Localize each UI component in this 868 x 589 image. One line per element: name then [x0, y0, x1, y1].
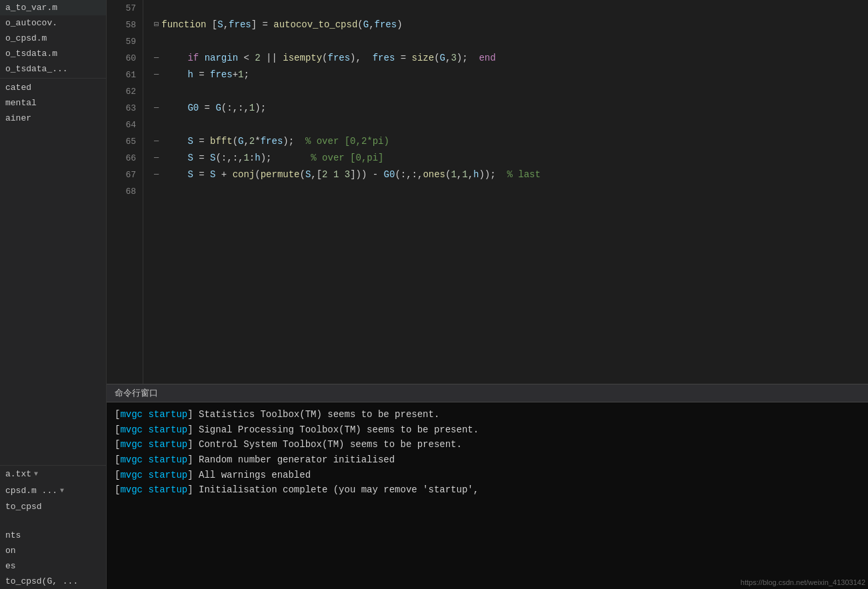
comment-67: % last — [507, 167, 540, 183]
func-ones: ones — [423, 167, 445, 183]
num-1d: 1 — [333, 167, 339, 183]
num-1: 1 — [238, 67, 243, 83]
line-60: 60 — [107, 50, 136, 67]
terminal-header: 命令行窗口 — [107, 384, 868, 402]
func-bfft: bfft — [210, 133, 233, 150]
sidebar-item-o-tsdata2[interactable]: o_tsdata_... — [0, 61, 106, 77]
sidebar-label-cpsd-m: cpsd.m ... — [5, 486, 57, 496]
num-2c: 2 — [322, 167, 327, 183]
watermark: https://blog.csdn.net/weixin_41303142 — [741, 578, 865, 586]
sidebar-item-to-cpsd2[interactable]: to_cpsd(G, ... — [0, 574, 106, 589]
var-G4: G — [238, 133, 243, 150]
sidebar-item-o-autocov[interactable]: o_autocov. — [0, 15, 106, 31]
line-58: 58 — [107, 17, 136, 33]
dash-60: — — [154, 50, 163, 67]
code-editor: 57 58 59 60 61 62 63 64 65 66 67 68 — [107, 0, 868, 384]
code-line-57 — [154, 0, 868, 17]
num-1f: 1 — [462, 167, 467, 183]
var-fres6: fres — [261, 133, 283, 150]
term-line-2: [mvgc startup] Signal Processing Toolbox… — [115, 423, 860, 438]
var-G3: G — [215, 100, 221, 117]
sidebar-item-o-tsdata[interactable]: o_tsdata.m — [0, 46, 106, 61]
editor-content: 57 58 59 60 61 62 63 64 65 66 67 68 — [107, 0, 868, 384]
sidebar-item-ainer[interactable]: ainer — [0, 111, 106, 126]
var-h2: h — [255, 150, 260, 167]
var-S2: S — [187, 133, 193, 150]
sidebar-item-to-cpsd[interactable]: to_cpsd — [0, 499, 106, 514]
arrow-icon: ▼ — [34, 470, 38, 478]
code-line-58: ⊟ function [S,fres] = autocov_to_cpsd(G,… — [154, 17, 868, 33]
sidebar-item-a-txt[interactable]: a.txt ▼ — [0, 466, 106, 482]
line-62: 62 — [107, 83, 136, 100]
num-1c: 1 — [243, 150, 249, 167]
sidebar-item-es[interactable]: es — [0, 558, 106, 574]
dash-66: — — [154, 150, 163, 167]
var-h: h — [187, 67, 193, 83]
line-61: 61 — [107, 67, 136, 83]
line-65: 65 — [107, 133, 136, 150]
num-3: 3 — [451, 50, 456, 67]
arrow-icon-2: ▼ — [60, 487, 64, 494]
code-line-67: — S = S + conj ( permute (S,[2 1 3])) - … — [154, 167, 868, 183]
sidebar-item-on[interactable]: on — [0, 543, 106, 558]
var-fres5: fres — [210, 67, 233, 83]
code-line-60: — if nargin < 2 || isempty (fres), fres … — [154, 50, 868, 67]
num-2b: 2 — [249, 133, 255, 150]
var-fres2: fres — [375, 17, 397, 33]
main-area: 57 58 59 60 61 62 63 64 65 66 67 68 — [107, 0, 868, 589]
code-line-64 — [154, 117, 868, 133]
dash-57 — [154, 0, 163, 17]
term-line-5: [mvgc startup] All warnings enabled — [115, 468, 860, 483]
func-isempty: isempty — [283, 50, 322, 67]
line-63: 63 — [107, 100, 136, 117]
line-59: 59 — [107, 33, 136, 50]
code-line-59 — [154, 33, 868, 50]
func-size: size — [412, 50, 435, 67]
sidebar-item-mental[interactable]: mental — [0, 95, 106, 111]
sidebar-item-a-to-var[interactable]: a_to_var.m — [0, 0, 106, 15]
var-fres: fres — [229, 17, 251, 33]
var-G0b: G0 — [384, 167, 395, 183]
sidebar-bottom: a.txt ▼ cpsd.m ... ▼ to_cpsd nts on es t… — [0, 465, 106, 589]
sidebar-item-cpsd-m[interactable]: cpsd.m ... ▼ — [0, 482, 106, 499]
sidebar-item-o-cpsd[interactable]: o_cpsd.m — [0, 31, 106, 46]
var-S4: S — [210, 150, 215, 167]
code-line-65: — S = bfft (G,2*fres); % over [0,2*pi) — [154, 133, 868, 150]
num-3b: 3 — [345, 167, 350, 183]
comment-66: % over [0,pi] — [311, 150, 383, 167]
code-line-61: — h = fres + 1 ; — [154, 67, 868, 83]
kw-if: if — [187, 50, 199, 67]
plain-58: [ — [206, 17, 217, 33]
var-fres4: fres — [373, 50, 395, 67]
line-66: 66 — [107, 150, 136, 167]
var-G: G — [363, 17, 369, 33]
code-line-62 — [154, 83, 868, 100]
line-64: 64 — [107, 117, 136, 133]
term-line-1: [mvgc startup] Statistics Toolbox(TM) se… — [115, 408, 860, 422]
code-line-66: — S = S (:,:,1:h); % over [0,pi] — [154, 150, 868, 167]
var-S6: S — [210, 167, 215, 183]
var-fres3: fres — [328, 50, 351, 67]
var-G2: G — [440, 50, 445, 67]
kw-end: end — [479, 50, 495, 67]
num-1b: 1 — [249, 100, 255, 117]
line-numbers: 57 58 59 60 61 62 63 64 65 66 67 68 — [107, 0, 143, 384]
var-S5: S — [187, 167, 193, 183]
sidebar-item-nts[interactable]: nts — [0, 528, 106, 543]
collapse-58[interactable]: ⊟ — [154, 17, 159, 33]
sidebar-label-a-txt: a.txt — [5, 469, 31, 479]
var-S3: S — [187, 150, 193, 167]
code-lines: ⊟ function [S,fres] = autocov_to_cpsd(G,… — [143, 0, 868, 384]
sidebar-divider — [0, 78, 106, 79]
var-h3: h — [473, 167, 479, 183]
var-S: S — [217, 17, 223, 33]
dash-61: — — [154, 67, 163, 83]
line-67: 67 — [107, 167, 136, 183]
line-57: 57 — [107, 0, 136, 17]
code-line-63: — G0 = G (:,:, 1 ); — [154, 100, 868, 117]
line-68: 68 — [107, 183, 136, 200]
code-line-68 — [154, 183, 868, 200]
terminal-output: [mvgc startup] Statistics Toolbox(TM) se… — [107, 402, 868, 589]
sidebar-item-cated[interactable]: cated — [0, 80, 106, 95]
sidebar: a_to_var.m o_autocov. o_cpsd.m o_tsdata.… — [0, 0, 107, 589]
